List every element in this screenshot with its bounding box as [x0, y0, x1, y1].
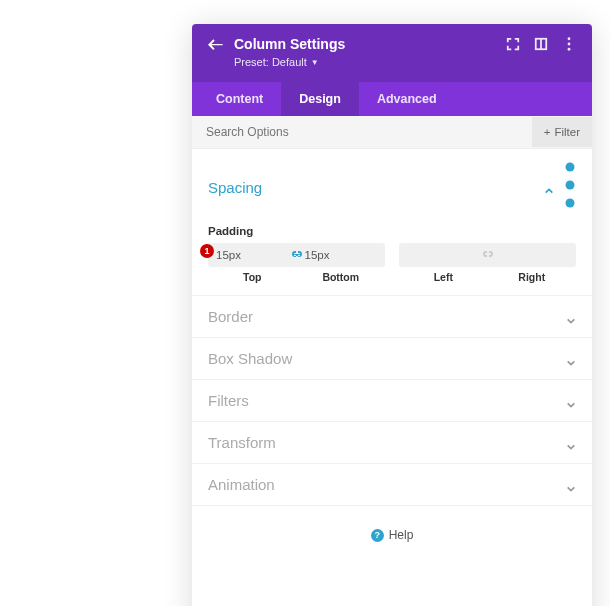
chevron-down-icon — [566, 396, 576, 406]
step-marker: 1 — [200, 244, 214, 258]
svg-point-2 — [568, 37, 571, 40]
padding-left-label: Left — [399, 271, 488, 283]
section-animation-title: Animation — [208, 476, 566, 493]
help-icon: ? — [371, 529, 384, 542]
section-animation: Animation — [192, 464, 592, 506]
help-row: ? Help — [192, 506, 592, 606]
chevron-down-icon — [566, 354, 576, 364]
section-transform-title: Transform — [208, 434, 566, 451]
padding-label: Padding — [208, 225, 576, 237]
section-box-shadow: Box Shadow — [192, 338, 592, 380]
caret-down-icon: ▼ — [311, 58, 319, 67]
tab-advanced[interactable]: Advanced — [359, 82, 455, 116]
padding-left-input[interactable] — [399, 243, 488, 267]
settings-panel: Column Settings Preset: Default ▼ Conten… — [192, 24, 592, 606]
search-row: + Filter — [192, 116, 592, 149]
section-filters-title: Filters — [208, 392, 566, 409]
section-spacing-title: Spacing — [208, 179, 544, 196]
padding-right-label: Right — [488, 271, 577, 283]
chevron-down-icon — [566, 438, 576, 448]
svg-point-5 — [566, 163, 575, 172]
search-input[interactable] — [192, 116, 532, 148]
section-spacing-header[interactable]: Spacing — [208, 161, 576, 213]
chevron-down-icon — [566, 480, 576, 490]
back-icon[interactable] — [208, 37, 224, 51]
padding-right-input[interactable] — [488, 243, 577, 267]
chevron-down-icon — [566, 312, 576, 322]
unlink-icon[interactable] — [480, 247, 496, 263]
expand-icon[interactable] — [506, 37, 520, 51]
kebab-menu-icon[interactable] — [562, 37, 576, 51]
section-menu-icon[interactable] — [564, 161, 576, 213]
preset-label: Preset: Default — [234, 56, 307, 68]
plus-icon: + — [544, 126, 551, 138]
panel-header: Column Settings Preset: Default ▼ — [192, 24, 592, 82]
section-border: Border — [192, 296, 592, 338]
section-transform: Transform — [192, 422, 592, 464]
section-spacing: Spacing Padding 1 — [192, 149, 592, 296]
layout-icon[interactable] — [534, 37, 548, 51]
section-border-header[interactable]: Border — [208, 308, 576, 325]
section-box-shadow-title: Box Shadow — [208, 350, 566, 367]
chevron-up-icon — [544, 182, 554, 192]
help-link[interactable]: ? Help — [371, 528, 414, 542]
svg-point-3 — [568, 43, 571, 46]
svg-point-6 — [566, 181, 575, 190]
panel-title: Column Settings — [234, 36, 496, 52]
help-label: Help — [389, 528, 414, 542]
section-border-title: Border — [208, 308, 566, 325]
section-filters: Filters — [192, 380, 592, 422]
padding-top-input[interactable] — [208, 243, 297, 267]
padding-bottom-input[interactable] — [297, 243, 386, 267]
section-box-shadow-header[interactable]: Box Shadow — [208, 350, 576, 367]
link-icon[interactable] — [289, 247, 305, 263]
svg-point-4 — [568, 48, 571, 51]
filter-button[interactable]: + Filter — [532, 117, 592, 147]
padding-group-horizontal — [399, 243, 576, 267]
tab-bar: Content Design Advanced — [192, 82, 592, 116]
section-transform-header[interactable]: Transform — [208, 434, 576, 451]
filter-label: Filter — [554, 126, 580, 138]
padding-top-label: Top — [208, 271, 297, 283]
svg-point-7 — [566, 199, 575, 208]
section-filters-header[interactable]: Filters — [208, 392, 576, 409]
preset-selector[interactable]: Preset: Default ▼ — [234, 56, 319, 68]
tab-content[interactable]: Content — [198, 82, 281, 116]
section-animation-header[interactable]: Animation — [208, 476, 576, 493]
tab-design[interactable]: Design — [281, 82, 359, 116]
padding-bottom-label: Bottom — [297, 271, 386, 283]
padding-group-vertical — [208, 243, 385, 267]
